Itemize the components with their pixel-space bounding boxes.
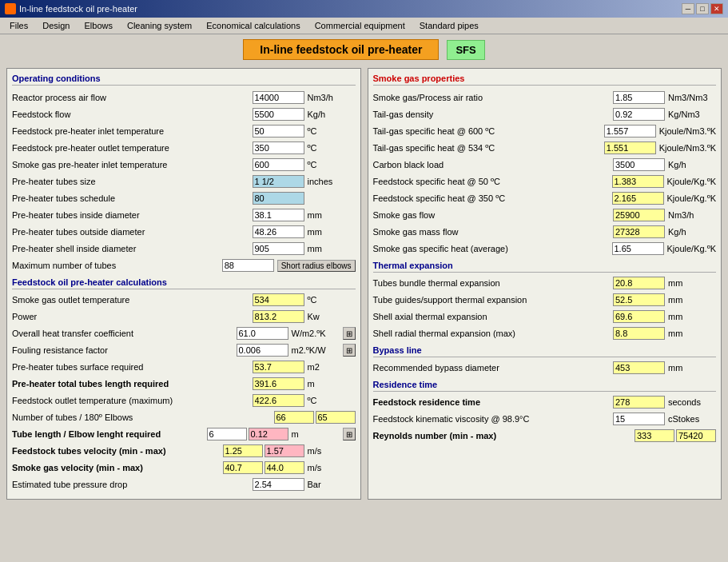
air-ratio-input[interactable]	[613, 91, 665, 104]
menubar: Files Design Elbows Cleaning system Econ…	[0, 18, 728, 34]
feedstock-heat-50-input[interactable]	[612, 175, 664, 188]
smoke-inlet-temp-label: Smoke gas pre-heater inlet temperature	[12, 160, 253, 169]
shell-radial-unit: mm	[668, 329, 716, 338]
feedstock-flow-label: Feedstock flow	[12, 110, 253, 119]
reynolds-label: Reynolds number (min - max)	[373, 431, 635, 440]
tubes-schedule-input[interactable]	[253, 192, 304, 205]
smoke-specific-heat-input[interactable]	[612, 242, 664, 255]
shell-axial-input[interactable]	[613, 310, 665, 323]
inlet-temp-input[interactable]	[253, 125, 304, 138]
reynolds-min-input[interactable]	[635, 429, 674, 442]
fouling-input[interactable]	[237, 344, 288, 357]
outside-diameter-input[interactable]	[253, 225, 304, 238]
menu-design[interactable]: Design	[36, 19, 76, 32]
smoke-mass-flow-row: Smoke gas mass flow Kg/h	[373, 225, 717, 239]
num-elbows-input[interactable]	[316, 411, 356, 424]
feedstock-residence-row: Feedstock residence time seconds	[373, 395, 717, 409]
smoke-vel-max-input[interactable]	[265, 461, 304, 474]
tail-density-row: Tail-gas density Kg/Nm3	[373, 107, 717, 122]
smoke-velocity-row: Smoke gas velocity (min - max) m/s	[12, 460, 356, 475]
feedstock-residence-input[interactable]	[613, 396, 665, 409]
smoke-outlet-temp-label: Smoke gas outlet temperature	[12, 295, 253, 305]
minimize-button[interactable]: ─	[682, 3, 694, 14]
tail-heat-600-input[interactable]	[604, 125, 656, 138]
smoke-mass-flow-input[interactable]	[613, 225, 665, 238]
menu-cleaning-system[interactable]: Cleaning system	[121, 19, 198, 32]
feedstock-flow-input[interactable]	[253, 108, 304, 121]
surface-required-input[interactable]	[253, 361, 304, 373]
title-bar-buttons[interactable]: ─ □ ✕	[682, 3, 723, 14]
kinematic-viscosity-unit: cStokes	[668, 414, 716, 424]
shell-diameter-label: Pre-heater shell inside diameter	[12, 244, 253, 253]
feedstock-vel-min-input[interactable]	[223, 444, 263, 457]
feedstock-velocity-label: Feedstock tubes velocity (min - max)	[12, 446, 223, 456]
total-length-input[interactable]	[253, 377, 304, 390]
heat-transfer-input[interactable]	[237, 327, 288, 340]
guide-expansion-input[interactable]	[613, 293, 665, 306]
air-ratio-row: Smoke gas/Process air ratio Nm3/Nm3	[373, 90, 717, 105]
reynolds-max-input[interactable]	[676, 429, 716, 442]
smoke-inlet-temp-input[interactable]	[253, 158, 304, 171]
kinematic-viscosity-row: Feedstock kinematic viscosity @ 98.9°C c…	[373, 412, 717, 426]
fouling-calc-icon[interactable]: ⊞	[343, 344, 356, 357]
outlet-temp-row: Feedstock pre-heater outlet temperature …	[12, 141, 356, 155]
outlet-temp-input[interactable]	[253, 141, 304, 154]
feedstock-heat-350-label: Feedstock specific heat @ 350 ºC	[373, 193, 612, 203]
smoke-flow-input[interactable]	[613, 209, 665, 221]
elbow-length-input[interactable]	[249, 428, 288, 440]
reynolds-row: Reynolds number (min - max)	[373, 428, 717, 443]
bypass-diameter-input[interactable]	[613, 361, 665, 374]
maximize-button[interactable]: □	[696, 3, 709, 14]
fouling-label: Fouling resistance factor	[12, 345, 237, 355]
menu-elbows[interactable]: Elbows	[78, 19, 118, 32]
guide-expansion-unit: mm	[668, 295, 716, 305]
surface-required-label: Pre-heater tubes surface required	[12, 362, 253, 372]
shell-radial-input[interactable]	[613, 327, 665, 340]
inside-diameter-input[interactable]	[253, 209, 304, 221]
menu-economical[interactable]: Economical calculations	[200, 19, 306, 32]
bundle-expansion-input[interactable]	[613, 277, 665, 289]
tube-elbow-calc-icon[interactable]: ⊞	[343, 428, 356, 440]
app-icon	[5, 3, 16, 14]
feedstock-outlet-max-input[interactable]	[253, 394, 304, 407]
smoke-flow-row: Smoke gas flow Nm3/h	[373, 208, 717, 222]
feedstock-vel-max-input[interactable]	[265, 444, 304, 457]
shell-diameter-input[interactable]	[253, 242, 304, 255]
close-button[interactable]: ✕	[710, 3, 723, 14]
pressure-drop-label: Estimated tube pressure drop	[12, 480, 253, 489]
carbon-black-input[interactable]	[613, 158, 665, 171]
inside-diameter-row: Pre-heater tubes inside diameter mm	[12, 208, 356, 222]
smoke-velocity-label: Smoke gas velocity (min - max)	[12, 463, 223, 472]
feedstock-residence-unit: seconds	[668, 397, 716, 407]
max-tubes-row: Maximum number of tubes Short radius elb…	[12, 258, 356, 273]
tube-length-input[interactable]	[207, 428, 247, 440]
tail-density-input[interactable]	[613, 108, 665, 121]
smoke-mass-flow-unit: Kg/h	[668, 227, 716, 237]
menu-files[interactable]: Files	[3, 19, 34, 32]
tubes-size-unit: inches	[308, 177, 356, 186]
left-panel: Operating conditions Reactor process air…	[6, 68, 361, 500]
short-radius-button[interactable]: Short radius elbows	[277, 260, 356, 272]
outside-diameter-label: Pre-heater tubes outside diameter	[12, 227, 253, 237]
menu-commercial[interactable]: Commercial equipment	[308, 19, 412, 32]
surface-required-row: Pre-heater tubes surface required m2	[12, 360, 356, 374]
guide-expansion-label: Tube guides/support thermal expansion	[373, 295, 614, 305]
tubes-size-row: Pre-heater tubes size inches	[12, 174, 356, 189]
menu-standard-pipes[interactable]: Standard pipes	[413, 19, 485, 32]
pressure-drop-input[interactable]	[253, 478, 304, 491]
heat-transfer-calc-icon[interactable]: ⊞	[343, 327, 356, 340]
max-tubes-input[interactable]	[222, 259, 274, 272]
operating-conditions-title: Operating conditions	[12, 74, 356, 86]
reactor-air-flow-input[interactable]	[253, 91, 304, 104]
bypass-diameter-label: Recommended bypass diameter	[373, 363, 614, 373]
tail-heat-534-input[interactable]	[604, 141, 656, 154]
tubes-size-input[interactable]	[253, 175, 304, 188]
power-input[interactable]	[253, 310, 304, 323]
title-bar-left: In-line feedstock oil pre-heater	[5, 3, 137, 14]
num-tubes-input[interactable]	[274, 411, 314, 424]
kinematic-viscosity-input[interactable]	[613, 413, 665, 425]
feedstock-heat-350-input[interactable]	[612, 192, 664, 205]
smoke-vel-min-input[interactable]	[223, 461, 263, 474]
total-length-unit: m	[308, 379, 356, 389]
smoke-outlet-temp-input[interactable]	[253, 293, 304, 306]
